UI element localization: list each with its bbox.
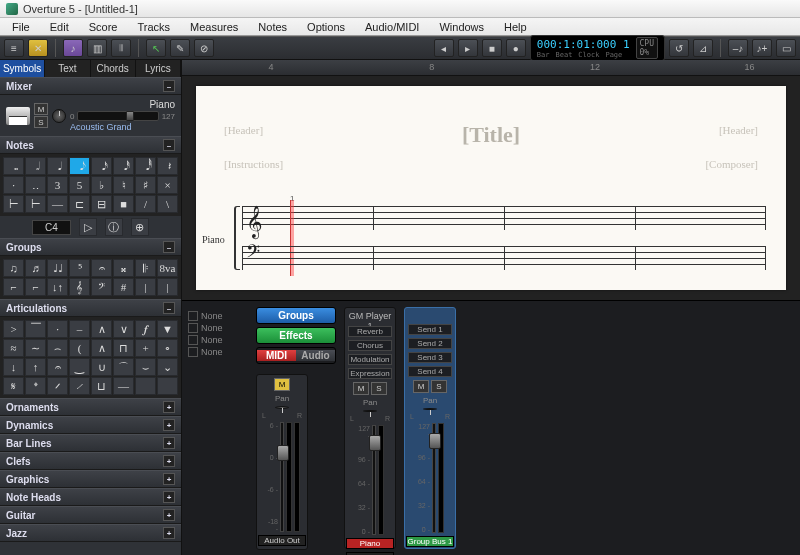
stop-icon[interactable]: ■: [482, 39, 502, 57]
patch-name[interactable]: Acoustic Grand: [70, 122, 175, 132]
tracks-tool-icon[interactable]: ▥: [87, 39, 107, 57]
slash-up[interactable]: /: [135, 195, 156, 213]
art-cell[interactable]: ⟋: [69, 377, 90, 395]
stem-down[interactable]: ⊢: [25, 195, 46, 213]
art-accent[interactable]: >: [3, 320, 24, 338]
menu-audiomidi[interactable]: Audio/MIDI: [355, 19, 429, 35]
tools-icon[interactable]: ✕: [28, 39, 48, 57]
expand-icon[interactable]: +: [163, 527, 175, 539]
group-bar2[interactable]: |: [157, 278, 178, 296]
art-cell[interactable]: +: [135, 339, 156, 357]
art-cell[interactable]: ⌢: [47, 339, 68, 357]
expand-icon[interactable]: +: [163, 509, 175, 521]
art-cell[interactable]: ⌒: [113, 358, 134, 376]
expand-icon[interactable]: +: [163, 419, 175, 431]
tab-lyrics[interactable]: Lyrics: [136, 60, 181, 77]
send-modulation[interactable]: Modulation: [348, 354, 392, 365]
audio-out-label[interactable]: Audio Out: [258, 535, 306, 546]
zoom-in-icon[interactable]: ♪+: [752, 39, 772, 57]
art-cell[interactable]: [135, 377, 156, 395]
group-arpeggio[interactable]: ↓↑: [47, 278, 68, 296]
midi-audio-toggle[interactable]: MIDIAudio: [256, 347, 336, 364]
collapse-icon[interactable]: –: [163, 80, 175, 92]
note-dot[interactable]: ·: [3, 176, 24, 194]
bass-staff[interactable]: 𝄢: [242, 246, 766, 270]
group-begin[interactable]: 𝄆: [135, 259, 156, 277]
art-cell[interactable]: ⌄: [157, 358, 178, 376]
none-slot[interactable]: None: [188, 323, 248, 333]
groups-header[interactable]: Groups–: [0, 238, 181, 256]
noteheads-header[interactable]: Note Heads+: [0, 488, 181, 506]
group-cell[interactable]: ⌐: [3, 278, 24, 296]
art-cell[interactable]: ↓: [3, 358, 24, 376]
art-cell[interactable]: ⊔: [91, 377, 112, 395]
none-slot[interactable]: None: [188, 335, 248, 345]
groups-button[interactable]: Groups: [256, 307, 336, 324]
mixer-tool-icon[interactable]: ⫴: [111, 39, 131, 57]
mixer-header[interactable]: Mixer –: [0, 77, 181, 95]
note-16th[interactable]: 𝅘𝅥𝅯: [91, 157, 112, 175]
tuplet-3[interactable]: 3: [47, 176, 68, 194]
art-cell[interactable]: (: [69, 339, 90, 357]
mute-button[interactable]: M: [353, 382, 369, 395]
collapse-icon[interactable]: –: [163, 241, 175, 253]
grand-staff[interactable]: Piano 1 𝄞 𝄢: [242, 206, 766, 270]
expand-icon[interactable]: +: [163, 437, 175, 449]
group-beam4[interactable]: ♬: [25, 259, 46, 277]
pan-knob[interactable]: [363, 410, 377, 412]
collapse-icon[interactable]: –: [163, 302, 175, 314]
note-rest[interactable]: 𝄽: [157, 157, 178, 175]
art-cell[interactable]: ↑: [25, 358, 46, 376]
art-marcato[interactable]: ∧: [91, 320, 112, 338]
send-1[interactable]: Send 1: [408, 324, 452, 335]
dynamics-header[interactable]: Dynamics+: [0, 416, 181, 434]
art-cell[interactable]: 𝄐: [47, 358, 68, 376]
group-sharp[interactable]: #: [113, 278, 134, 296]
pointer-icon[interactable]: ↖: [146, 39, 166, 57]
pan-knob[interactable]: [275, 406, 289, 409]
volume-fader[interactable]: [280, 422, 284, 532]
list-icon[interactable]: ≡: [4, 39, 24, 57]
menu-file[interactable]: File: [2, 19, 40, 35]
volume-fader[interactable]: [432, 423, 436, 533]
loop-icon[interactable]: ↺: [669, 39, 689, 57]
mute-button[interactable]: M: [413, 380, 429, 393]
art-marcato-dn[interactable]: ∨: [113, 320, 134, 338]
group-bass[interactable]: 𝄢: [91, 278, 112, 296]
group-beam-q[interactable]: ♩♩: [47, 259, 68, 277]
mute-button[interactable]: M: [34, 103, 48, 115]
send-3[interactable]: Send 3: [408, 352, 452, 363]
flat-icon[interactable]: ♭: [91, 176, 112, 194]
score-title[interactable]: [Title]: [196, 122, 786, 148]
group-bus-label[interactable]: Group Bus 1: [406, 536, 454, 547]
art-cell[interactable]: ∼: [25, 339, 46, 357]
art-cell[interactable]: ∧: [91, 339, 112, 357]
note-quarter[interactable]: 𝅘𝅥: [47, 157, 68, 175]
collapse-icon[interactable]: –: [163, 139, 175, 151]
solo-button[interactable]: S: [371, 382, 387, 395]
channel-out-piano[interactable]: Piano: [346, 538, 394, 549]
treble-staff[interactable]: 𝄞: [242, 206, 766, 230]
art-cell[interactable]: 𝄌: [25, 377, 46, 395]
art-cell[interactable]: [157, 377, 178, 395]
tab-text[interactable]: Text: [45, 60, 90, 77]
expand-icon[interactable]: +: [163, 491, 175, 503]
group-beam2[interactable]: ♫: [3, 259, 24, 277]
group-fermata[interactable]: 𝄐: [91, 259, 112, 277]
tab-chords[interactable]: Chords: [91, 60, 136, 77]
record-icon[interactable]: ●: [506, 39, 526, 57]
none-slot[interactable]: None: [188, 311, 248, 321]
note-half[interactable]: 𝅗𝅥: [25, 157, 46, 175]
score-area[interactable]: [Header] [Header] [Title] [Instructions]…: [182, 76, 800, 300]
art-staccato[interactable]: ·: [47, 320, 68, 338]
metronome-icon[interactable]: ⊿: [693, 39, 713, 57]
art-staccatissimo[interactable]: –: [69, 320, 90, 338]
art-cell[interactable]: —: [113, 377, 134, 395]
menu-windows[interactable]: Windows: [429, 19, 494, 35]
group-tuplet5[interactable]: ⁵: [69, 259, 90, 277]
barlines-header[interactable]: Bar Lines+: [0, 434, 181, 452]
tab-symbols[interactable]: Symbols: [0, 60, 45, 77]
tuplet-5[interactable]: 5: [69, 176, 90, 194]
art-cell[interactable]: 𝄍: [47, 377, 68, 395]
group-treble[interactable]: 𝄞: [69, 278, 90, 296]
